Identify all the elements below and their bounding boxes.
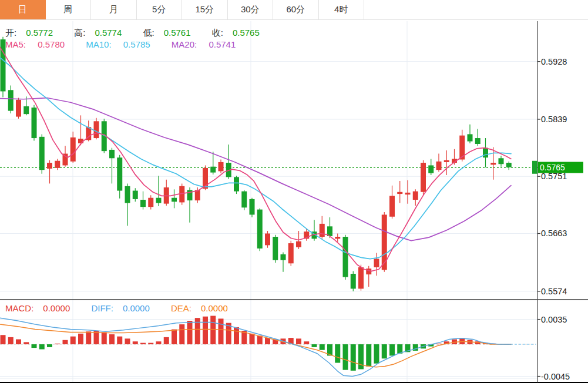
candlestick-chart-canvas[interactable] — [0, 0, 588, 386]
axis-label-macd: 0.0035 — [541, 315, 567, 324]
tab-15min[interactable]: 15分 — [182, 0, 228, 19]
axis-label-price: 0.5663 — [541, 229, 567, 238]
high-value: 高:0.5774 — [74, 28, 131, 38]
ma5-value: MA5: 0.5780 — [5, 39, 74, 49]
open-value: 开:0.5772 — [5, 28, 62, 38]
tab-30min[interactable]: 30分 — [228, 0, 274, 19]
axis-label-macd: -0.0045 — [541, 372, 570, 381]
ma10-value: MA10: 0.5785 — [86, 39, 159, 49]
ohlc-header: 开:0.5772 高:0.5774 低:0.5761 收:0.5765 — [5, 28, 278, 39]
macd-value: MACD:0.0000 — [5, 303, 79, 313]
tab-week[interactable]: 周 — [46, 0, 92, 19]
dea-value: DEA:0.0000 — [171, 303, 237, 313]
tab-60min[interactable]: 60分 — [273, 0, 319, 19]
tab-month[interactable]: 月 — [91, 0, 137, 19]
ma20-value: MA20: 0.5741 — [172, 39, 245, 49]
axis-label-price: 0.5839 — [541, 115, 567, 124]
tab-5min[interactable]: 5分 — [137, 0, 183, 19]
axis-label-price: 0.5574 — [541, 287, 567, 296]
diff-value: DIFF:0.0000 — [91, 303, 159, 313]
period-tabbar: 日 周 月 5分 15分 30分 60分 4时 — [0, 0, 588, 20]
tab-day[interactable]: 日 — [0, 0, 46, 19]
close-value: 收:0.5765 — [212, 28, 269, 38]
axis-label-price: 0.5928 — [541, 57, 567, 66]
ma-header: MA5: 0.5780 MA10: 0.5785 MA20: 0.5741 — [5, 39, 254, 49]
current-price-tag: 0.5765 — [538, 162, 583, 173]
tab-4hour[interactable]: 4时 — [319, 0, 365, 19]
macd-header: MACD:0.0000 DIFF:0.0000 DEA:0.0000 — [5, 303, 247, 313]
low-value: 低:0.5761 — [143, 28, 200, 38]
axis-label-price: 0.5751 — [541, 172, 567, 181]
chart-window: 日 周 月 5分 15分 30分 60分 4时 开:0.5772 高:0.577… — [0, 0, 588, 386]
